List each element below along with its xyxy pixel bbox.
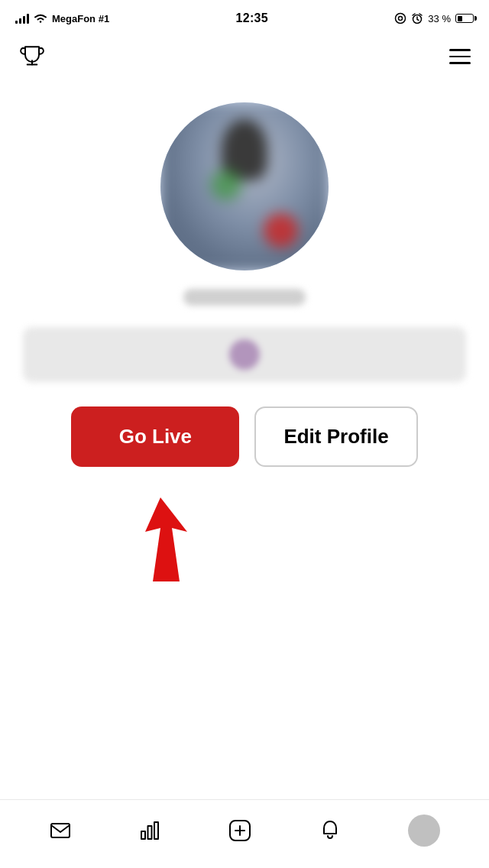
status-time: 12:35 <box>236 11 268 25</box>
chart-icon <box>138 819 161 842</box>
username <box>183 289 306 306</box>
status-bar: MegaFon #1 12:35 33 % <box>0 0 489 34</box>
arrow-indicator <box>138 490 229 589</box>
go-live-button[interactable]: Go Live <box>71 406 239 467</box>
bottom-nav <box>0 799 489 868</box>
trophy-icon[interactable] <box>18 41 46 72</box>
wifi-icon <box>34 13 47 24</box>
nav-stats[interactable] <box>126 813 173 848</box>
carrier-label: MegaFon #1 <box>52 13 109 24</box>
svg-point-0 <box>396 14 406 24</box>
svg-point-1 <box>399 17 403 21</box>
target-icon <box>394 12 406 24</box>
nav-notifications[interactable] <box>306 813 354 848</box>
action-buttons: Go Live Edit Profile <box>71 406 417 467</box>
stats-bar <box>23 327 466 382</box>
add-icon <box>228 819 251 842</box>
nav-messages[interactable] <box>37 813 84 848</box>
avatar <box>160 102 329 270</box>
svg-rect-5 <box>141 831 145 839</box>
edit-profile-button[interactable]: Edit Profile <box>254 406 417 467</box>
nav-profile[interactable] <box>396 808 452 853</box>
alarm-icon <box>411 12 423 24</box>
battery-icon <box>455 14 474 23</box>
svg-rect-6 <box>148 826 152 839</box>
nav-add[interactable] <box>216 813 264 848</box>
svg-rect-4 <box>51 824 70 837</box>
status-right: 33 % <box>394 12 474 24</box>
signal-icon <box>15 13 29 24</box>
main-content: Go Live Edit Profile <box>0 79 489 589</box>
profile-avatar <box>408 815 440 847</box>
svg-rect-7 <box>154 822 158 839</box>
bell-icon <box>319 819 342 842</box>
top-nav <box>0 34 489 79</box>
battery-percent: 33 % <box>428 13 451 24</box>
hamburger-menu-icon[interactable] <box>449 49 471 64</box>
svg-marker-3 <box>145 497 187 581</box>
status-left: MegaFon #1 <box>15 13 109 24</box>
mail-icon <box>49 819 72 842</box>
